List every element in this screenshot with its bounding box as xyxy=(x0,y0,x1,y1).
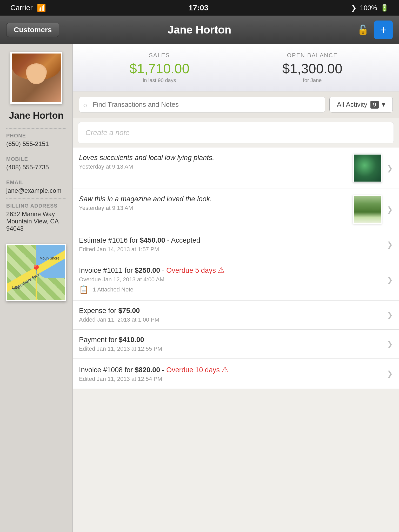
activity-content: Invoice #1008 for $820.00 - Overdue 10 d… xyxy=(79,365,382,382)
chevron-right-icon: ❯ xyxy=(387,205,393,214)
phone-section: PHONE (650) 555-2151 xyxy=(6,128,66,152)
activity-content: Invoice #1011 for $250.00 - Overdue 5 da… xyxy=(79,265,382,294)
list-item[interactable]: Payment for $410.00 Edited Jan 11, 2013 … xyxy=(73,330,399,359)
activity-subtitle: Edited Jan 14, 2013 at 1:57 PM xyxy=(79,246,382,253)
main-layout: Jane Horton PHONE (650) 555-2151 MOBILE … xyxy=(0,44,399,532)
chevron-down-icon: ▾ xyxy=(382,101,385,109)
amount-bold: $450.00 xyxy=(140,236,165,244)
sales-label: SALES xyxy=(83,52,236,59)
email-value[interactable]: jane@example.com xyxy=(6,187,66,194)
list-item[interactable]: Expense for $75.00 Added Jan 11, 2013 at… xyxy=(73,301,399,330)
phone-label: PHONE xyxy=(6,133,66,139)
activity-title: Expense for $75.00 xyxy=(79,307,382,315)
chevron-right-icon: ❯ xyxy=(387,340,393,348)
overdue-badge-icon: ⚠ xyxy=(222,365,229,374)
location-icon: ❯ xyxy=(351,4,357,12)
map-label-mountain: Moun Shore xyxy=(39,256,59,260)
balance-sub: for Jane xyxy=(236,77,389,83)
activity-title: Saw this in a magazine and loved the loo… xyxy=(79,195,348,203)
activity-content: Payment for $410.00 Edited Jan 11, 2013 … xyxy=(79,336,382,352)
customer-name: Jane Horton xyxy=(6,110,66,121)
address-line2: Mountain View, CA 94043 xyxy=(6,218,66,232)
email-section: EMAIL jane@example.com xyxy=(6,175,66,198)
search-filter-row: ⌕ All Activity 9 ▾ xyxy=(73,91,399,118)
attached-note-label: 1 Attached Note xyxy=(93,286,134,293)
activity-title: Payment for $410.00 xyxy=(79,336,382,344)
carrier-label: Carrier xyxy=(10,4,33,12)
address-section: BILLING ADDRESS 2632 Marine Way Mountain… xyxy=(6,198,66,236)
lock-icon[interactable]: 🔓 xyxy=(357,24,369,35)
mobile-value[interactable]: (408) 555-7735 xyxy=(6,164,66,171)
status-right: ❯ 100% 🔋 xyxy=(351,4,389,12)
battery-icon: 🔋 xyxy=(380,4,389,12)
amount-bold: $410.00 xyxy=(119,336,144,344)
activity-subtitle: Overdue Jan 12, 2013 at 4:00 AM xyxy=(79,276,382,283)
map[interactable]: Bayshore Fwy Moun Shore Legal 📍 xyxy=(6,244,66,301)
list-item[interactable]: Invoice #1011 for $250.00 - Overdue 5 da… xyxy=(73,259,399,301)
map-pin: 📍 xyxy=(30,264,42,275)
sidebar: Jane Horton PHONE (650) 555-2151 MOBILE … xyxy=(0,44,73,532)
amount-bold: $820.00 xyxy=(135,366,160,374)
create-note-input[interactable]: Create a note xyxy=(78,122,394,143)
list-item[interactable]: Estimate #1016 for $450.00 - Accepted Ed… xyxy=(73,230,399,259)
chevron-right-icon: ❯ xyxy=(387,240,393,249)
amount-bold: $75.00 xyxy=(118,307,140,315)
overdue-text: Overdue 5 days xyxy=(166,267,216,274)
activity-subtitle: Yesterday at 9:13 AM xyxy=(79,205,348,211)
activity-content: Expense for $75.00 Added Jan 11, 2013 at… xyxy=(79,307,382,323)
activity-subtitle: Edited Jan 11, 2013 at 12:54 PM xyxy=(79,376,382,382)
activity-subtitle: Yesterday at 9:13 AM xyxy=(79,163,348,170)
activity-list: Loves succulents and local low lying pla… xyxy=(73,148,399,532)
overdue-text: Overdue 10 days xyxy=(166,366,220,374)
filter-count: 9 xyxy=(370,101,379,109)
balance-stat: OPEN BALANCE $1,300.00 for Jane xyxy=(236,52,389,83)
chevron-right-icon: ❯ xyxy=(387,311,393,319)
list-item[interactable]: Loves succulents and local low lying pla… xyxy=(73,148,399,189)
nav-right: 🔓 + xyxy=(357,21,393,39)
note-icon: 📋 xyxy=(79,285,89,294)
list-item[interactable]: Invoice #1008 for $820.00 - Overdue 10 d… xyxy=(73,359,399,389)
mobile-label: MOBILE xyxy=(6,156,66,162)
balance-label: OPEN BALANCE xyxy=(236,52,389,59)
stats-header: SALES $1,710.00 in last 90 days OPEN BAL… xyxy=(73,44,399,91)
phone-value[interactable]: (650) 555-2151 xyxy=(6,140,66,148)
battery-label: 100% xyxy=(360,4,377,12)
activity-content: Saw this in a magazine and loved the loo… xyxy=(79,195,348,211)
content-area: SALES $1,710.00 in last 90 days OPEN BAL… xyxy=(73,44,399,532)
status-bar: Carrier 📶 17:03 ❯ 100% 🔋 xyxy=(0,0,399,16)
status-time: 17:03 xyxy=(189,3,209,12)
chevron-right-icon: ❯ xyxy=(387,369,393,378)
activity-title: Invoice #1008 for $820.00 - Overdue 10 d… xyxy=(79,365,382,374)
add-button[interactable]: + xyxy=(374,21,393,39)
note-meta: 📋 1 Attached Note xyxy=(79,285,382,294)
chevron-right-icon: ❯ xyxy=(387,276,393,284)
amount-bold: $250.00 xyxy=(135,267,160,274)
email-label: EMAIL xyxy=(6,179,66,185)
activity-title: Invoice #1011 for $250.00 - Overdue 5 da… xyxy=(79,265,382,275)
avatar-container xyxy=(6,52,66,104)
balance-value: $1,300.00 xyxy=(236,61,389,76)
map-label-legal: Legal xyxy=(12,285,20,289)
filter-button[interactable]: All Activity 9 ▾ xyxy=(329,97,393,112)
back-button[interactable]: Customers xyxy=(6,23,59,37)
overdue-badge-icon: ⚠ xyxy=(218,266,225,274)
nav-bar: Customers Jane Horton 🔓 + xyxy=(0,16,399,44)
list-item[interactable]: Saw this in a magazine and loved the loo… xyxy=(73,189,399,230)
activity-thumbnail-garden xyxy=(353,195,382,224)
avatar xyxy=(10,52,62,104)
avatar-face xyxy=(26,63,47,84)
address-line1: 2632 Marine Way xyxy=(6,210,66,218)
activity-subtitle: Added Jan 11, 2013 at 1:00 PM xyxy=(79,316,382,323)
chevron-right-icon: ❯ xyxy=(387,164,393,172)
activity-title: Estimate #1016 for $450.00 - Accepted xyxy=(79,236,382,244)
activity-content: Estimate #1016 for $450.00 - Accepted Ed… xyxy=(79,236,382,253)
page-title: Jane Horton xyxy=(168,24,231,36)
activity-title: Loves succulents and local low lying pla… xyxy=(79,154,348,162)
activity-content: Loves succulents and local low lying pla… xyxy=(79,154,348,170)
sales-value: $1,710.00 xyxy=(83,61,236,76)
avatar-image xyxy=(12,54,61,102)
sales-stat: SALES $1,710.00 in last 90 days xyxy=(83,52,236,83)
search-input[interactable] xyxy=(79,97,325,112)
search-wrapper: ⌕ xyxy=(79,97,325,112)
activity-subtitle: Edited Jan 11, 2013 at 12:55 PM xyxy=(79,345,382,352)
